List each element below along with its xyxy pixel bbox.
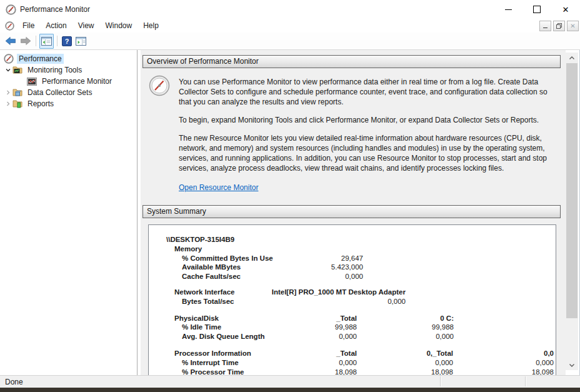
menu-view[interactable]: View xyxy=(72,19,100,32)
show-hide-console-tree-icon xyxy=(41,37,52,46)
table-row: PhysicalDisk _Total 0 C: xyxy=(149,314,556,323)
close-icon: ✕ xyxy=(562,6,569,14)
menu-window[interactable]: Window xyxy=(100,19,138,32)
table-row: Processor Information _Total 0,_Total 0,… xyxy=(149,349,556,358)
folder-monitor-icon xyxy=(12,66,23,75)
show-hide-action-pane-button[interactable] xyxy=(74,34,88,48)
chevron-down-icon[interactable] xyxy=(3,66,12,74)
window-title: Performance Monitor xyxy=(20,5,90,14)
overview-text: You can use Performance Monitor to view … xyxy=(179,77,550,193)
mdi-minimize-button[interactable] xyxy=(539,21,551,31)
table-row: \\DESKTOP-315I4B9 xyxy=(149,235,556,244)
perfmon-gauge-icon xyxy=(5,21,14,31)
tree-item-label: Performance xyxy=(17,54,64,64)
minimize-button[interactable] xyxy=(494,0,522,19)
maximize-button[interactable] xyxy=(522,0,551,19)
show-hide-console-tree-button[interactable] xyxy=(39,34,54,49)
forward-icon xyxy=(20,36,31,46)
mdi-restore-button[interactable] xyxy=(553,21,565,31)
mdi-close-button[interactable]: ✕ xyxy=(567,21,579,31)
tree-item-label: Performance Monitor xyxy=(40,76,114,86)
table-row: Available MBytes 5.423,000 xyxy=(149,263,556,272)
chevron-up-icon xyxy=(569,55,575,61)
vertical-scrollbar[interactable] xyxy=(566,53,578,370)
folder-report-icon xyxy=(12,99,23,109)
menu-bar: File Action View Window Help xyxy=(0,19,580,33)
minimize-icon xyxy=(505,9,512,10)
menu-file[interactable]: File xyxy=(17,19,40,32)
overview-paragraph: The new Resource Monitor lets you view d… xyxy=(179,133,550,173)
menu-help[interactable]: Help xyxy=(138,19,164,32)
toolbar-separator xyxy=(57,36,58,46)
help-button[interactable]: ? xyxy=(61,34,73,48)
table-row: Network Interface Intel[R] PRO_1000 MT D… xyxy=(149,288,556,297)
show-hide-action-pane-icon xyxy=(76,37,86,46)
forward-button[interactable] xyxy=(19,34,32,48)
desktop-edge-strip xyxy=(0,388,580,392)
status-bar: Done xyxy=(0,375,580,388)
status-text: Done xyxy=(5,378,23,386)
table-row: Bytes Total/sec 0,000 xyxy=(149,297,556,306)
tree-item-label: Monitoring Tools xyxy=(26,65,84,75)
mdi-restore-icon xyxy=(556,23,562,29)
scrollbar-thumb[interactable] xyxy=(566,63,578,318)
performance-monitor-window: Performance Monitor ✕ File Action View W… xyxy=(0,0,580,392)
table-row: % Idle Time 99,988 99,988 xyxy=(149,323,556,332)
scroll-up-button[interactable] xyxy=(566,53,578,63)
maximize-icon xyxy=(533,6,541,13)
table-row: Memory xyxy=(149,244,556,254)
mdi-window-buttons: ✕ xyxy=(539,21,579,31)
chevron-right-icon[interactable] xyxy=(3,89,12,96)
perfmon-gauge-icon xyxy=(6,4,16,15)
table-row: Avg. Disk Queue Length 0,000 0,000 xyxy=(149,332,556,341)
perfmon-gauge-large-icon xyxy=(149,75,170,96)
tree-item-label: Data Collector Sets xyxy=(26,88,94,98)
mdi-close-icon: ✕ xyxy=(570,23,575,29)
overview-paragraph: You can use Performance Monitor to view … xyxy=(179,77,550,107)
tree-item-performance-monitor[interactable]: Performance Monitor xyxy=(0,76,137,87)
back-button[interactable] xyxy=(4,34,18,48)
tree-item-monitoring-tools[interactable]: Monitoring Tools xyxy=(0,64,137,76)
title-bar: Performance Monitor ✕ xyxy=(0,0,580,19)
help-icon: ? xyxy=(62,36,72,46)
statusbar-divider xyxy=(440,376,441,386)
statusbar-divider xyxy=(525,376,526,386)
toolbar: ? xyxy=(0,33,580,50)
system-summary-section-header: System Summary xyxy=(142,205,561,218)
perfmon-gauge-icon xyxy=(4,54,14,64)
table-row: % Interrupt Time 0,000 0,000 0,000 xyxy=(149,358,556,368)
tree-item-label: Reports xyxy=(26,99,56,109)
folder-cube-icon xyxy=(12,88,23,98)
tree-item-data-collector-sets[interactable]: Data Collector Sets xyxy=(0,87,137,98)
menu-action[interactable]: Action xyxy=(40,19,72,32)
back-icon xyxy=(5,36,16,46)
svg-text:?: ? xyxy=(65,38,69,45)
table-row: % Committed Bytes In Use 29,647 xyxy=(149,254,556,263)
chevron-right-icon[interactable] xyxy=(3,100,12,108)
open-resource-monitor-link[interactable]: Open Resource Monitor xyxy=(179,183,258,192)
overview-paragraph: To begin, expand Monitoring Tools and cl… xyxy=(179,115,550,125)
console-tree-panel: Performance Monitoring Tools xyxy=(0,50,138,375)
overview-section-header: Overview of Performance Monitor xyxy=(142,55,561,68)
scroll-down-button[interactable] xyxy=(566,359,578,370)
mdi-minimize-icon xyxy=(543,28,548,28)
table-row: Cache Faults/sec 0,000 xyxy=(149,272,556,281)
chart-icon xyxy=(27,77,38,86)
close-button[interactable]: ✕ xyxy=(551,0,580,19)
system-summary-table: \\DESKTOP-315I4B9 Memory % Committed Byt… xyxy=(148,224,556,378)
chevron-down-icon xyxy=(569,362,575,368)
tree-item-reports[interactable]: Reports xyxy=(0,98,137,109)
tree-item-performance[interactable]: Performance xyxy=(0,53,137,64)
toolbar-separator xyxy=(36,36,36,46)
